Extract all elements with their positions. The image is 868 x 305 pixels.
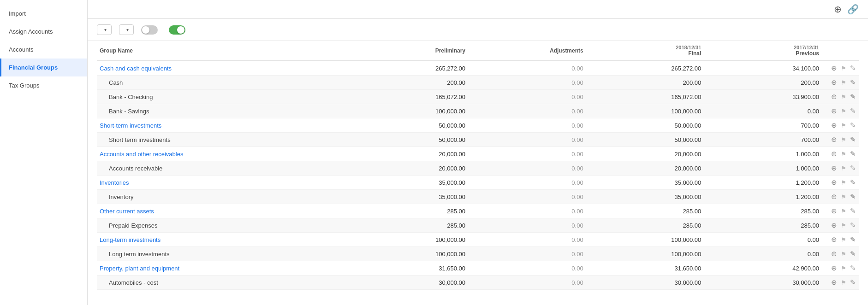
indicators-dropdown[interactable]: ▾ bbox=[119, 24, 134, 35]
cell-adjustments: 0.00 bbox=[468, 276, 586, 290]
flag-button[interactable]: ⚑ bbox=[839, 150, 848, 158]
cell-previous: 33,900.00 bbox=[704, 90, 822, 104]
cell-final: 50,000.00 bbox=[586, 133, 704, 147]
cell-final: 35,000.00 bbox=[586, 190, 704, 204]
flag-button[interactable]: ⚑ bbox=[839, 107, 848, 116]
flag-button[interactable]: ⚑ bbox=[839, 164, 848, 173]
cell-adjustments: 0.00 bbox=[468, 76, 586, 90]
flag-button[interactable]: ⚑ bbox=[839, 64, 848, 73]
flag-button[interactable]: ⚑ bbox=[839, 93, 848, 101]
add-row-button[interactable]: ⊕ bbox=[829, 163, 839, 173]
flag-button[interactable]: ⚑ bbox=[839, 78, 848, 87]
edit-button[interactable]: ✎ bbox=[848, 177, 858, 188]
cell-preliminary: 35,000.00 bbox=[350, 176, 468, 190]
add-row-button[interactable]: ⊕ bbox=[829, 92, 839, 102]
parent-groups-toggle[interactable] bbox=[141, 25, 158, 35]
sidebar-item-financial-groups[interactable]: Financial Groups bbox=[0, 59, 87, 76]
group-name-link[interactable]: Inventories bbox=[100, 179, 129, 186]
add-row-button[interactable]: ⊕ bbox=[829, 135, 839, 145]
cell-adjustments: 0.00 bbox=[468, 161, 586, 176]
add-row-button[interactable]: ⊕ bbox=[829, 63, 839, 73]
edit-button[interactable]: ✎ bbox=[848, 220, 858, 230]
account-name: Bank - Checking bbox=[100, 94, 153, 100]
add-row-button[interactable]: ⊕ bbox=[829, 206, 839, 216]
flag-button[interactable]: ⚑ bbox=[839, 135, 848, 144]
edit-button[interactable]: ✎ bbox=[848, 106, 858, 116]
cell-preliminary: 50,000.00 bbox=[350, 118, 468, 133]
cell-adjustments: 0.00 bbox=[468, 176, 586, 190]
table-header: Group Name Preliminary Adjustments 2018/… bbox=[97, 41, 859, 61]
cell-adjustments: 0.00 bbox=[468, 261, 586, 276]
cell-final: 200.00 bbox=[586, 76, 704, 90]
accounts-toggle[interactable] bbox=[169, 25, 185, 35]
edit-button[interactable]: ✎ bbox=[848, 206, 858, 216]
table-row: Short-term investments50,000.000.0050,00… bbox=[97, 118, 859, 133]
flag-button[interactable]: ⚑ bbox=[839, 121, 848, 130]
sidebar-item-tax-groups[interactable]: Tax Groups bbox=[0, 76, 87, 94]
edit-button[interactable]: ✎ bbox=[848, 149, 858, 159]
add-row-button[interactable]: ⊕ bbox=[829, 120, 839, 130]
cell-preliminary: 165,072.00 bbox=[350, 90, 468, 104]
group-name-link[interactable]: Property, plant and equipment bbox=[100, 265, 179, 272]
cell-final: 35,000.00 bbox=[586, 176, 704, 190]
group-name-link[interactable]: Accounts and other receivables bbox=[100, 151, 183, 158]
add-row-button[interactable]: ⊕ bbox=[829, 177, 839, 188]
flag-button[interactable]: ⚑ bbox=[839, 264, 848, 273]
add-row-button[interactable]: ⊕ bbox=[829, 235, 839, 245]
flag-button[interactable]: ⚑ bbox=[839, 235, 848, 244]
edit-button[interactable]: ✎ bbox=[848, 163, 858, 173]
sidebar-item-assign-accounts[interactable]: Assign Accounts bbox=[0, 23, 87, 41]
add-row-button[interactable]: ⊕ bbox=[829, 77, 839, 88]
columns-dropdown[interactable]: ▾ bbox=[97, 24, 112, 35]
cell-final: 100,000.00 bbox=[586, 247, 704, 261]
col-header-adjustments: Adjustments bbox=[468, 41, 586, 61]
cell-final: 50,000.00 bbox=[586, 118, 704, 133]
add-row-button[interactable]: ⊕ bbox=[829, 277, 839, 287]
previous-date: 2017/12/31 bbox=[707, 45, 819, 50]
add-circle-icon[interactable]: ⊕ bbox=[834, 4, 842, 15]
edit-button[interactable]: ✎ bbox=[848, 277, 858, 287]
add-row-button[interactable]: ⊕ bbox=[829, 192, 839, 202]
cell-final: 165,072.00 bbox=[586, 90, 704, 104]
flag-button[interactable]: ⚑ bbox=[839, 178, 848, 187]
edit-button[interactable]: ✎ bbox=[848, 77, 858, 88]
flag-button[interactable]: ⚑ bbox=[839, 278, 848, 287]
flag-button[interactable]: ⚑ bbox=[839, 207, 848, 216]
col-header-actions bbox=[822, 41, 859, 61]
group-name-link[interactable]: Other current assets bbox=[100, 208, 154, 215]
group-name-link[interactable]: Cash and cash equivalents bbox=[100, 65, 172, 72]
edit-button[interactable]: ✎ bbox=[848, 263, 858, 273]
edit-button[interactable]: ✎ bbox=[848, 235, 858, 245]
add-row-button[interactable]: ⊕ bbox=[829, 106, 839, 116]
edit-button[interactable]: ✎ bbox=[848, 92, 858, 102]
edit-button[interactable]: ✎ bbox=[848, 63, 858, 73]
sidebar-item-import[interactable]: Import bbox=[0, 5, 87, 23]
edit-button[interactable]: ✎ bbox=[848, 249, 858, 259]
cell-adjustments: 0.00 bbox=[468, 104, 586, 118]
edit-button[interactable]: ✎ bbox=[848, 120, 858, 130]
account-name: Bank - Savings bbox=[100, 108, 149, 115]
add-row-button[interactable]: ⊕ bbox=[829, 149, 839, 159]
link-icon[interactable]: 🔗 bbox=[847, 4, 859, 15]
cell-preliminary: 31,650.00 bbox=[350, 261, 468, 276]
table-row: Accounts receivable20,000.000.0020,000.0… bbox=[97, 161, 859, 176]
group-name-link[interactable]: Long-term investments bbox=[100, 236, 161, 243]
cell-previous: 1,200.00 bbox=[704, 190, 822, 204]
flag-button[interactable]: ⚑ bbox=[839, 250, 848, 258]
add-row-button[interactable]: ⊕ bbox=[829, 249, 839, 259]
accounts-thumb bbox=[177, 26, 184, 34]
add-row-button[interactable]: ⊕ bbox=[829, 263, 839, 273]
row-actions: ⊕⚑✎ bbox=[822, 247, 859, 261]
flag-button[interactable]: ⚑ bbox=[839, 221, 848, 230]
add-row-button[interactable]: ⊕ bbox=[829, 220, 839, 230]
flag-button[interactable]: ⚑ bbox=[839, 193, 848, 201]
sidebar-item-accounts[interactable]: Accounts bbox=[0, 41, 87, 59]
table-row: Cash and cash equivalents265,272.000.002… bbox=[97, 61, 859, 76]
edit-button[interactable]: ✎ bbox=[848, 135, 858, 145]
row-actions: ⊕⚑✎ bbox=[822, 161, 859, 176]
row-actions: ⊕⚑✎ bbox=[822, 61, 859, 76]
cell-previous: 1,200.00 bbox=[704, 176, 822, 190]
group-name-link[interactable]: Short-term investments bbox=[100, 122, 161, 129]
edit-button[interactable]: ✎ bbox=[848, 192, 858, 202]
table-row: Long term investments100,000.000.00100,0… bbox=[97, 247, 859, 261]
